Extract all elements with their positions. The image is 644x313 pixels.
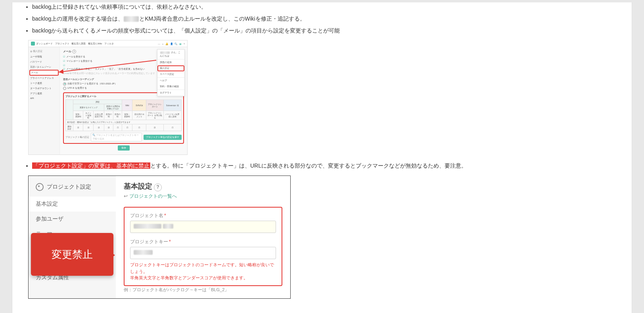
sidebar-item-mail: メール — [29, 70, 59, 76]
save-button: 保存 — [118, 145, 130, 151]
bell-icon: 🔔 — [165, 43, 168, 45]
do-not-change-callout: 変更禁止 — [31, 233, 113, 276]
project-key-note: プロジェクトキーはプロジェクトのコードネームです。短い略称が良いでしょう。 半角… — [130, 261, 276, 281]
dropdown-item-personal-settings: 個人設定 — [157, 65, 184, 71]
help-icon: ? — [184, 43, 185, 45]
dropdown-item: 課題の追加 — [157, 59, 184, 65]
rule-list: backlog上に登録されてない依頼事項については、依頼とみなさない。 back… — [32, 2, 620, 35]
project-key-input — [130, 247, 276, 259]
project-mail-table: 課題 Wiki SVN/Git プロジェクトレポート Subversion 等 … — [65, 99, 182, 131]
rule-item: backlogから送られてくるメールの頻度や形式については、「個人設定」の「メー… — [32, 26, 620, 36]
user-dropdown: さん、こんにちは 課題の追加 個人設定 スペース設定 ヘルプ 契約・容量の確認 … — [157, 49, 185, 96]
radio-icon — [63, 87, 66, 90]
checkbox-icon: ☑ — [63, 68, 65, 70]
sidebar-item: アプリ連携 — [30, 91, 58, 96]
search-projects-button: プロジェクト単位の設定を探す — [144, 135, 182, 140]
sidebar-item-users: 参加ユーザ — [29, 212, 116, 227]
dropdown-item: スペース設定 — [157, 71, 184, 78]
sidebar-item: 言語 / タイムゾーン — [30, 65, 58, 70]
dropdown-greeting: さん、こんにちは — [157, 50, 184, 59]
back-to-projects-link: プロジェクトの一覧へ — [124, 193, 282, 200]
sidebar-item: パスワード — [30, 59, 58, 65]
sidebar-item: トーク連携 — [30, 81, 58, 86]
top-menu: ダッシュボード プロジェクト 最近見た課題 最近見たWiki フィルタ — [36, 42, 115, 46]
grid-icon: ▦ — [179, 43, 182, 45]
project-mail-box: プロジェクトに関するメール 課題 Wiki SVN/Git プロジェクトレポート… — [63, 92, 184, 144]
dropdown-item: ログアウト — [157, 90, 184, 96]
app-logo-icon — [31, 42, 35, 46]
sidebar-item: API — [30, 96, 58, 100]
sidebar-item-basic: 基本設定 — [29, 197, 116, 212]
mail-sidebar: ⚙個人設定 ユーザ情報 パスワード 言語 / タイムゾーン メール プライベート… — [29, 47, 60, 155]
sidebar-item: ユーザ情報 — [30, 54, 58, 59]
project-name-input — [130, 221, 276, 233]
mail-settings-screenshot: ダッシュボード プロジェクト 最近見た課題 最近見たWiki フィルタ — + … — [28, 40, 188, 155]
help-icon: ? — [72, 50, 76, 53]
rule-item: backlog上の運用を改定する場合は、とKMJ両者合意の上ルールを改定し、この… — [32, 14, 620, 24]
user-icon: 👤 — [170, 43, 173, 45]
dropdown-item: 契約・容量の確認 — [157, 84, 184, 90]
gear-icon — [36, 183, 44, 191]
sidebar-item: プライベートアドレス — [30, 76, 58, 81]
proj-main: 基本設定? プロジェクトの一覧へ プロジェクト名* プロジェクトキー* プロジェ… — [116, 176, 290, 298]
locked-fields-box: プロジェクト名* プロジェクトキー* プロジェクトキーはプロジェクトのコードネー… — [124, 207, 282, 286]
dash-icon: — — [158, 43, 160, 45]
top-icons: — + 🔔 👤 🔍 ▦ ? — [157, 42, 185, 45]
checkbox-icon: ☑ — [63, 55, 65, 58]
redacted — [124, 16, 139, 22]
checkbox-icon: ☑ — [63, 60, 65, 62]
gear-icon: ⚙ — [30, 50, 32, 53]
project-settings-screenshot: プロジェクト設定 基本設定 参加ユーザ テーマ カスタム属性 基本設定? プロジ… — [28, 176, 291, 299]
search-icon: 🔍 — [174, 43, 177, 45]
rule-list-2: 「プロジェクト設定」の変更は、基本的に禁止とする。特に「プロジェクトキー」は、U… — [32, 161, 620, 171]
sidebar-item: ヌーラボアカウント — [30, 86, 58, 91]
checkbox-icon: ☑ — [63, 64, 65, 67]
warning-highlight: 「プロジェクト設定」の変更は、基本的に禁止 — [32, 162, 150, 169]
example-note: 例：プロジェクト名がバックログ→キーは「BLG_2」 — [124, 287, 282, 293]
dropdown-item: ヘルプ — [157, 78, 184, 84]
rule-item: 「プロジェクト設定」の変更は、基本的に禁止とする。特に「プロジェクトキー」は、U… — [32, 161, 620, 171]
radio-icon — [63, 82, 66, 86]
rule-item: backlog上に登録されてない依頼事項については、依頼とみなさない。 — [32, 2, 620, 12]
plus-icon: + — [162, 43, 164, 45]
help-icon: ? — [154, 183, 162, 191]
